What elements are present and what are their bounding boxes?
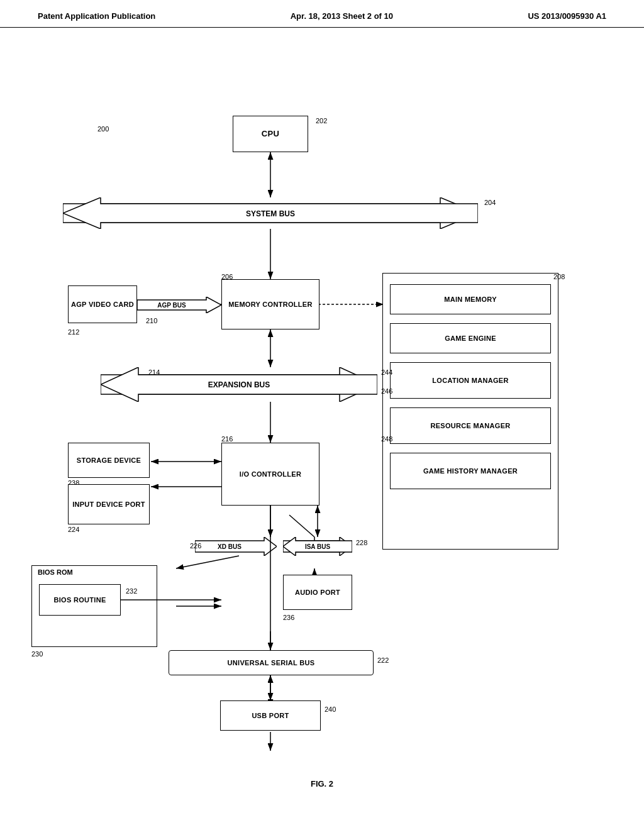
header-center: Apr. 18, 2013 Sheet 2 of 10 xyxy=(291,11,393,21)
game-history-manager-box: GAME HISTORY MANAGER xyxy=(390,453,551,489)
storage-device-box: STORAGE DEVICE xyxy=(68,443,150,478)
resource-manager-box: RESOURCE MANAGER xyxy=(390,407,551,444)
ref-230: 230 xyxy=(31,650,43,658)
ref-216: 216 xyxy=(221,435,233,443)
location-manager-box: LOCATION MANAGER xyxy=(390,362,551,399)
usb-port-box: USB PORT xyxy=(220,700,321,731)
ref-200: 200 xyxy=(97,125,109,133)
xd-bus-container: XD BUS xyxy=(195,537,277,556)
expansion-bus-container: EXPANSION BUS xyxy=(101,367,377,402)
svg-line-14 xyxy=(176,556,239,568)
ref-208: 208 xyxy=(553,273,565,280)
cpu-box: CPU xyxy=(233,116,308,152)
ref-202: 202 xyxy=(316,117,327,124)
isa-bus-svg: ISA BUS xyxy=(283,537,352,556)
ref-222: 222 xyxy=(377,656,389,664)
ref-228: 228 xyxy=(356,539,367,546)
system-bus-container: SYSTEM BUS xyxy=(63,197,478,229)
ref-224: 224 xyxy=(68,526,79,533)
game-engine-box: GAME ENGINE xyxy=(390,323,551,353)
ref-248: 248 xyxy=(381,435,392,443)
ref-236: 236 xyxy=(283,614,294,621)
ref-246: 246 xyxy=(381,387,392,395)
memory-controller-box: MEMORY CONTROLLER xyxy=(221,279,319,329)
bios-routine-box: BIOS ROUTINE xyxy=(39,584,121,616)
ref-214: 214 xyxy=(148,368,160,376)
header-right: US 2013/0095930 A1 xyxy=(528,11,606,21)
ref-244: 244 xyxy=(381,368,392,376)
agp-video-card-box: AGP VIDEO CARD xyxy=(68,285,137,323)
svg-text:AGP BUS: AGP BUS xyxy=(157,302,186,309)
ref-212: 212 xyxy=(68,328,79,336)
ref-206: 206 xyxy=(221,273,233,280)
svg-line-12 xyxy=(289,515,314,537)
ref-226: 226 xyxy=(190,542,201,550)
diagram: CPU 202 200 SYSTEM BUS 204 MEMORY CONTRO… xyxy=(0,28,644,795)
page: Patent Application Publication Apr. 18, … xyxy=(0,0,644,830)
agp-bus-container: AGP BUS xyxy=(137,297,221,313)
ref-240: 240 xyxy=(325,706,336,713)
input-device-port-box: INPUT DEVICE PORT xyxy=(68,484,150,524)
universal-serial-bus-box: UNIVERSAL SERIAL BUS xyxy=(169,650,374,675)
svg-text:XD BUS: XD BUS xyxy=(218,543,242,550)
svg-text:SYSTEM BUS: SYSTEM BUS xyxy=(246,209,295,218)
main-memory-box: MAIN MEMORY xyxy=(390,284,551,314)
ref-232: 232 xyxy=(126,587,137,595)
audio-port-box: AUDIO PORT xyxy=(283,575,352,610)
expansion-bus-svg: EXPANSION BUS xyxy=(101,367,377,402)
bios-rom-label: BIOS ROM xyxy=(38,568,73,576)
io-controller-box: I/O CONTROLLER xyxy=(221,443,319,506)
system-bus-svg: SYSTEM BUS xyxy=(63,197,478,229)
agp-bus-svg: AGP BUS xyxy=(137,297,221,313)
header-left: Patent Application Publication xyxy=(38,11,155,21)
xd-bus-svg: XD BUS xyxy=(195,537,277,556)
ref-204: 204 xyxy=(484,199,496,206)
svg-text:EXPANSION BUS: EXPANSION BUS xyxy=(208,380,270,389)
isa-bus-container: ISA BUS xyxy=(283,537,352,556)
figure-caption: FIG. 2 xyxy=(0,779,644,788)
svg-text:ISA BUS: ISA BUS xyxy=(305,543,331,550)
header: Patent Application Publication Apr. 18, … xyxy=(0,0,644,28)
ref-210: 210 xyxy=(146,317,157,324)
